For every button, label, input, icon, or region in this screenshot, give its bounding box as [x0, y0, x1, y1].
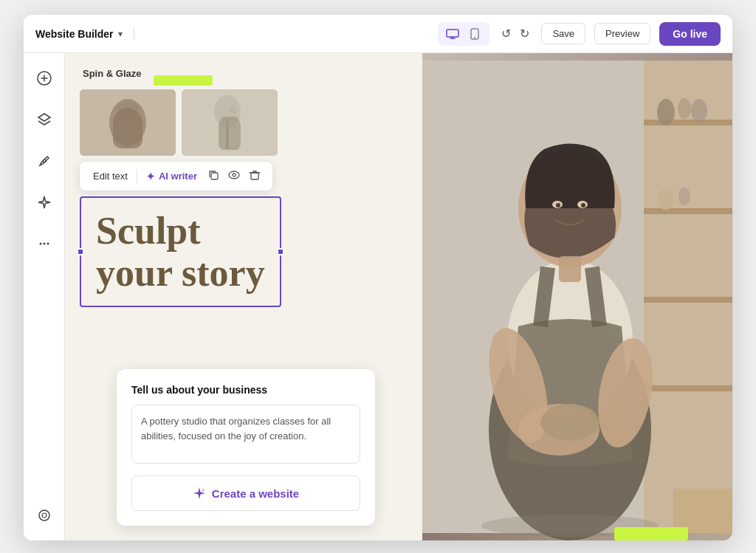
brand-name: Website Builder: [35, 28, 114, 40]
svg-point-7: [47, 243, 49, 245]
svg-point-31: [691, 99, 707, 123]
sidebar-sparkle-icon[interactable]: [31, 189, 58, 216]
redo-button[interactable]: ↻: [517, 24, 532, 44]
create-star-icon: [193, 487, 206, 500]
hero-line1: Sculpt: [96, 210, 201, 252]
text-toolbar: Edit text ✦ AI writer: [80, 162, 272, 190]
svg-point-16: [218, 103, 227, 112]
svg-rect-25: [644, 120, 732, 126]
preview-button[interactable]: Preview: [594, 23, 650, 44]
svg-rect-28: [644, 385, 732, 391]
copy-button[interactable]: [203, 166, 224, 186]
svg-point-17: [230, 106, 237, 114]
resize-handle-right[interactable]: [277, 248, 284, 255]
ai-panel: Tell us about your business A pottery st…: [117, 369, 375, 526]
svg-rect-0: [447, 30, 458, 37]
toolbar-divider: [137, 169, 137, 184]
svg-point-5: [39, 243, 41, 245]
thumbnail-vase[interactable]: [80, 89, 176, 156]
resize-handle-left[interactable]: [77, 248, 84, 255]
svg-point-12: [117, 102, 139, 114]
mobile-icon[interactable]: [466, 25, 484, 43]
thumbnail-flowers[interactable]: [182, 89, 278, 156]
svg-point-9: [42, 513, 47, 518]
sidebar-add-icon[interactable]: [31, 65, 58, 92]
chevron-down-icon[interactable]: ▾: [118, 29, 123, 39]
undo-redo-group: ↺ ↻: [498, 24, 532, 44]
ai-star-icon: ✦: [146, 171, 155, 182]
svg-rect-47: [673, 489, 732, 533]
top-bar-right: ↺ ↻ Save Preview Go live: [438, 22, 721, 46]
svg-rect-18: [211, 173, 218, 179]
sidebar-layers-icon[interactable]: [31, 106, 58, 133]
svg-point-29: [657, 99, 675, 126]
svg-rect-21: [251, 173, 258, 179]
svg-point-30: [678, 98, 691, 119]
sidebar-pen-icon[interactable]: [31, 148, 58, 174]
svg-point-20: [233, 174, 236, 176]
svg-point-19: [229, 171, 239, 179]
svg-point-2: [474, 37, 475, 38]
svg-rect-14: [226, 119, 229, 148]
create-website-label: Create a website: [212, 487, 299, 500]
svg-rect-27: [644, 297, 732, 303]
svg-point-15: [214, 95, 241, 128]
undo-button[interactable]: ↺: [498, 24, 514, 44]
green-accent-bottom: [614, 527, 688, 540]
svg-point-33: [678, 188, 690, 205]
visibility-button[interactable]: [224, 166, 244, 186]
svg-point-6: [43, 243, 45, 245]
image-thumbnails-row: [80, 89, 408, 156]
ai-textarea[interactable]: A pottery studio that organizes classes …: [131, 405, 360, 464]
svg-point-44: [556, 203, 560, 207]
top-bar: Website Builder ▾ |: [24, 15, 732, 53]
go-live-button[interactable]: Go live: [659, 22, 721, 46]
hero-text-box[interactable]: Sculpt your story: [80, 196, 281, 307]
right-photo-area: [422, 53, 732, 540]
save-button[interactable]: Save: [541, 23, 585, 44]
canvas-area: Spin & Glaze: [65, 53, 422, 540]
ai-panel-title: Tell us about your business: [131, 384, 360, 396]
browser-window: Website Builder ▾ |: [24, 15, 732, 540]
delete-button[interactable]: [244, 166, 265, 186]
site-title: Spin & Glaze: [83, 68, 408, 79]
svg-rect-26: [644, 208, 732, 214]
left-sidebar: [24, 53, 65, 540]
photo-svg: [422, 53, 732, 540]
sidebar-more-icon[interactable]: [31, 230, 58, 257]
ai-writer-label: AI writer: [159, 171, 197, 182]
desktop-icon[interactable]: [444, 25, 461, 43]
green-accent-top: [154, 75, 213, 86]
hero-line2: your story: [96, 252, 265, 294]
svg-point-39: [540, 404, 599, 441]
create-website-button[interactable]: Create a website: [131, 475, 360, 511]
hero-text: Sculpt your story: [96, 210, 265, 294]
ai-writer-button[interactable]: ✦ AI writer: [140, 168, 203, 185]
edit-text-button[interactable]: Edit text: [87, 168, 134, 185]
svg-point-32: [659, 188, 673, 210]
sidebar-apps-icon[interactable]: [31, 502, 58, 529]
svg-point-45: [581, 203, 585, 207]
svg-rect-41: [559, 256, 581, 282]
top-bar-left: Website Builder ▾ |: [35, 27, 136, 41]
device-toggle-group: [438, 22, 489, 46]
main-content: Spin & Glaze: [24, 53, 732, 540]
svg-point-8: [39, 510, 49, 521]
